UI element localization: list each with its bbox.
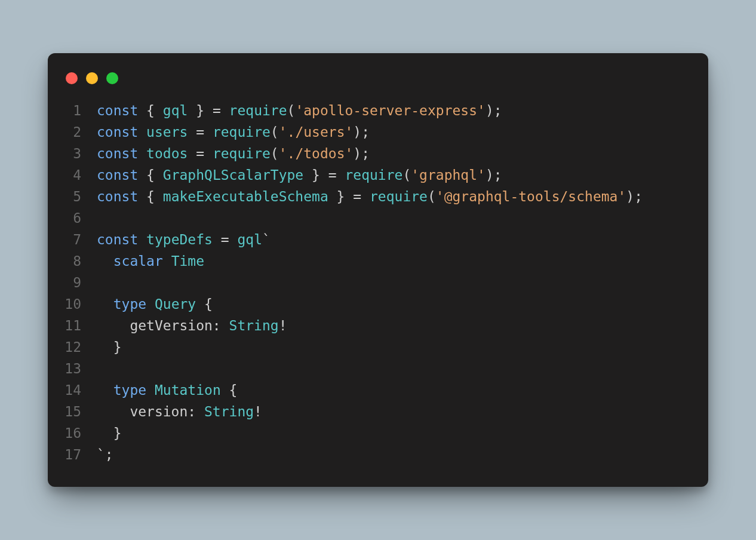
code-token: } = bbox=[303, 167, 345, 183]
line-number: 3 bbox=[64, 143, 97, 164]
code-token bbox=[138, 124, 146, 140]
code-token: users bbox=[146, 124, 188, 140]
line-content bbox=[97, 358, 692, 379]
code-token: } = bbox=[328, 189, 370, 204]
code-token: { bbox=[138, 103, 163, 118]
line-content: const typeDefs = gql` bbox=[97, 229, 692, 250]
line-content: scalar Time bbox=[97, 250, 692, 272]
line-content: const users = require('./users'); bbox=[97, 121, 692, 143]
code-token bbox=[146, 382, 155, 398]
line-content: } bbox=[97, 336, 692, 358]
code-token: '@graphql-tools/schema' bbox=[436, 189, 626, 204]
code-token: const bbox=[97, 146, 138, 161]
code-token bbox=[146, 296, 155, 312]
code-token: gql bbox=[163, 103, 188, 118]
code-token: typeDefs bbox=[146, 232, 213, 247]
code-line: 10 type Query { bbox=[64, 293, 692, 315]
code-token: Query bbox=[155, 296, 196, 312]
code-token: { bbox=[138, 189, 163, 204]
code-token: require bbox=[213, 146, 271, 161]
code-token: 'graphql' bbox=[411, 167, 485, 183]
line-number: 7 bbox=[64, 229, 97, 250]
code-line: 8 scalar Time bbox=[64, 250, 692, 272]
code-token: Mutation bbox=[155, 382, 221, 398]
code-line: 15 version: String! bbox=[64, 401, 692, 422]
code-line: 14 type Mutation { bbox=[64, 379, 692, 401]
code-line: 3const todos = require('./todos'); bbox=[64, 143, 692, 164]
code-token bbox=[97, 382, 113, 398]
code-line: 12 } bbox=[64, 336, 692, 358]
code-token: type bbox=[113, 296, 146, 312]
line-number: 13 bbox=[64, 358, 97, 379]
code-token: require bbox=[345, 167, 402, 183]
code-line: 16 } bbox=[64, 422, 692, 444]
line-number: 1 bbox=[64, 100, 97, 121]
code-token: } bbox=[97, 425, 122, 441]
line-content: const todos = require('./todos'); bbox=[97, 143, 692, 164]
line-number: 4 bbox=[64, 164, 97, 186]
code-token: require bbox=[370, 189, 428, 204]
line-content: } bbox=[97, 422, 692, 444]
code-line: 7const typeDefs = gql` bbox=[64, 229, 692, 250]
code-line: 1const { gql } = require('apollo-server-… bbox=[64, 100, 692, 121]
close-icon[interactable] bbox=[66, 72, 78, 84]
code-token: require bbox=[213, 124, 271, 140]
code-token: makeExecutableSchema bbox=[163, 189, 328, 204]
code-editor-window: 1const { gql } = require('apollo-server-… bbox=[48, 53, 708, 487]
code-token: { bbox=[138, 167, 163, 183]
line-number: 6 bbox=[64, 207, 97, 229]
code-line: 5const { makeExecutableSchema } = requir… bbox=[64, 186, 692, 207]
code-token: const bbox=[97, 167, 138, 183]
code-token: getVersion: bbox=[97, 318, 229, 333]
code-token: scalar bbox=[113, 253, 163, 269]
code-block: 1const { gql } = require('apollo-server-… bbox=[64, 100, 692, 465]
minimize-icon[interactable] bbox=[86, 72, 98, 84]
code-token: ( bbox=[271, 124, 279, 140]
code-line: 13 bbox=[64, 358, 692, 379]
line-number: 14 bbox=[64, 379, 97, 401]
code-token: = bbox=[213, 232, 238, 247]
code-token: const bbox=[97, 189, 138, 204]
line-number: 15 bbox=[64, 401, 97, 422]
code-token: 'apollo-server-express' bbox=[295, 103, 485, 118]
code-token: ); bbox=[353, 124, 370, 140]
line-number: 8 bbox=[64, 250, 97, 272]
code-token: { bbox=[221, 382, 238, 398]
line-number: 17 bbox=[64, 444, 97, 465]
zoom-icon[interactable] bbox=[106, 72, 118, 84]
line-content: getVersion: String! bbox=[97, 315, 692, 336]
code-token: ( bbox=[428, 189, 436, 204]
code-token: } = bbox=[188, 103, 229, 118]
line-content: const { makeExecutableSchema } = require… bbox=[97, 186, 692, 207]
code-token: const bbox=[97, 232, 138, 247]
code-token: ( bbox=[402, 167, 411, 183]
code-line: 17`; bbox=[64, 444, 692, 465]
line-number: 16 bbox=[64, 422, 97, 444]
line-number: 11 bbox=[64, 315, 97, 336]
code-token: { bbox=[196, 296, 213, 312]
code-token: './todos' bbox=[279, 146, 354, 161]
window-traffic-lights bbox=[64, 68, 692, 100]
code-token: todos bbox=[146, 146, 188, 161]
code-token: ! bbox=[279, 318, 287, 333]
line-content: const { GraphQLScalarType } = require('g… bbox=[97, 164, 692, 186]
code-token: GraphQLScalarType bbox=[163, 167, 303, 183]
code-token: = bbox=[188, 146, 213, 161]
line-content: type Mutation { bbox=[97, 379, 692, 401]
code-token: ); bbox=[626, 189, 643, 204]
line-content: const { gql } = require('apollo-server-e… bbox=[97, 100, 692, 121]
code-token bbox=[97, 296, 113, 312]
line-content: version: String! bbox=[97, 401, 692, 422]
code-token: `; bbox=[97, 447, 113, 462]
line-number: 5 bbox=[64, 186, 97, 207]
code-token: './users' bbox=[279, 124, 354, 140]
code-token: ); bbox=[485, 167, 502, 183]
code-token: ( bbox=[271, 146, 279, 161]
code-token: } bbox=[97, 339, 122, 355]
code-token bbox=[138, 146, 146, 161]
code-token: ( bbox=[287, 103, 296, 118]
code-token: gql bbox=[237, 232, 262, 247]
code-token: type bbox=[113, 382, 146, 398]
code-token bbox=[138, 232, 146, 247]
code-token: ! bbox=[254, 404, 262, 419]
